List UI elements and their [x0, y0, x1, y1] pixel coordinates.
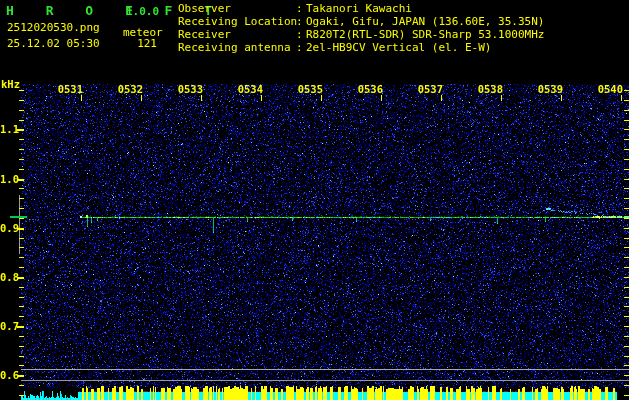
carrier-line	[80, 215, 629, 219]
axis-tick	[624, 228, 629, 229]
axis-tick	[624, 169, 629, 170]
axis-tick	[624, 336, 629, 337]
info-label: Receiver	[178, 28, 296, 41]
axis-tick	[624, 306, 629, 307]
axis-tick	[624, 267, 629, 268]
observation-datetime: 25.12.02 05:30	[7, 37, 100, 50]
freq-label: 1.1	[0, 123, 17, 135]
axis-tick	[19, 198, 24, 199]
axis-tick	[17, 228, 24, 230]
signal-level-strip	[21, 388, 621, 400]
freq-label: 1.0	[0, 173, 17, 185]
axis-tick	[17, 375, 24, 377]
axis-tick	[624, 149, 629, 150]
freq-label: 0.8	[0, 271, 17, 283]
station-info-row: Observer:Takanori Kawachi	[178, 2, 544, 15]
freq-label: 0.6	[0, 369, 17, 381]
axis-tick	[19, 218, 24, 219]
axis-tick	[624, 316, 629, 317]
axis-tick	[624, 257, 629, 258]
time-label: 0535	[295, 83, 323, 95]
axis-tick	[624, 365, 629, 366]
axis-tick	[19, 120, 24, 121]
axis-tick	[624, 129, 629, 130]
output-filename: 2512020530.png	[7, 21, 100, 34]
axis-tick	[19, 365, 24, 366]
axis-tick	[19, 139, 24, 140]
info-label: Observer	[178, 2, 296, 15]
axis-tick	[501, 95, 502, 101]
axis-tick	[19, 257, 24, 258]
axis-tick	[201, 95, 202, 101]
axis-tick	[19, 316, 24, 317]
echo-count: 121	[133, 37, 157, 50]
info-value: 2el-HB9CV Vertical (el. E-W)	[306, 41, 491, 54]
axis-tick	[624, 90, 629, 91]
axis-tick	[624, 375, 629, 376]
axis-tick	[624, 120, 629, 121]
station-info: Observer:Takanori KawachiReceiving Locat…	[178, 2, 544, 54]
app-version: 1.0.0	[126, 5, 159, 18]
ref-line-upper	[21, 369, 629, 370]
axis-tick	[624, 385, 629, 386]
info-value: Takanori Kawachi	[306, 2, 412, 15]
axis-tick	[624, 198, 629, 199]
axis-tick	[19, 188, 24, 189]
axis-tick	[624, 208, 629, 209]
info-value: Ogaki, Gifu, JAPAN (136.60E, 35.35N)	[306, 15, 544, 28]
time-label: 0532	[115, 83, 143, 95]
axis-tick	[19, 110, 24, 111]
noise-field	[21, 84, 629, 388]
info-separator: :	[296, 2, 306, 15]
axis-tick	[19, 267, 24, 268]
axis-tick	[19, 336, 24, 337]
axis-tick	[624, 277, 629, 278]
axis-tick	[624, 188, 629, 189]
info-label: Receiving Location	[178, 15, 296, 28]
axis-tick	[19, 149, 24, 150]
info-separator: :	[296, 41, 306, 54]
axis-tick	[321, 95, 322, 101]
axis-tick	[19, 356, 24, 357]
axis-tick	[19, 385, 24, 386]
axis-tick	[624, 297, 629, 298]
axis-tick	[624, 247, 629, 248]
axis-tick	[624, 238, 629, 239]
time-label: 0531	[55, 83, 83, 95]
axis-tick	[624, 395, 629, 396]
axis-tick	[624, 110, 629, 111]
info-label: Receiving antenna	[178, 41, 296, 54]
axis-tick	[624, 356, 629, 357]
axis-tick	[17, 129, 24, 131]
hrofft-screen: H R O F F T 1.0.0 2512020530.png meteor …	[0, 0, 629, 400]
axis-tick	[19, 90, 24, 91]
axis-tick	[624, 287, 629, 288]
axis-tick	[624, 139, 629, 140]
axis-tick	[621, 95, 622, 101]
time-label: 0540	[595, 83, 623, 95]
axis-tick	[19, 346, 24, 347]
axis-tick	[624, 100, 629, 101]
time-label: 0536	[355, 83, 383, 95]
axis-tick	[17, 326, 24, 328]
time-label: 0538	[475, 83, 503, 95]
axis-tick	[624, 179, 629, 180]
info-value: R820T2(RTL-SDR) SDR-Sharp 53.1000MHz	[306, 28, 544, 41]
axis-tick	[19, 297, 24, 298]
axis-tick	[261, 95, 262, 101]
axis-tick	[381, 95, 382, 101]
axis-tick	[19, 208, 24, 209]
axis-tick	[17, 277, 24, 279]
axis-tick	[624, 346, 629, 347]
axis-tick	[19, 238, 24, 239]
time-label: 0537	[415, 83, 443, 95]
axis-tick	[19, 287, 24, 288]
axis-tick	[19, 395, 24, 396]
axis-tick	[19, 169, 24, 170]
freq-unit-label: kHz	[1, 78, 20, 90]
axis-tick	[81, 95, 82, 101]
axis-tick	[624, 326, 629, 327]
axis-tick	[19, 100, 24, 101]
axis-tick	[441, 95, 442, 101]
axis-tick	[624, 218, 629, 219]
